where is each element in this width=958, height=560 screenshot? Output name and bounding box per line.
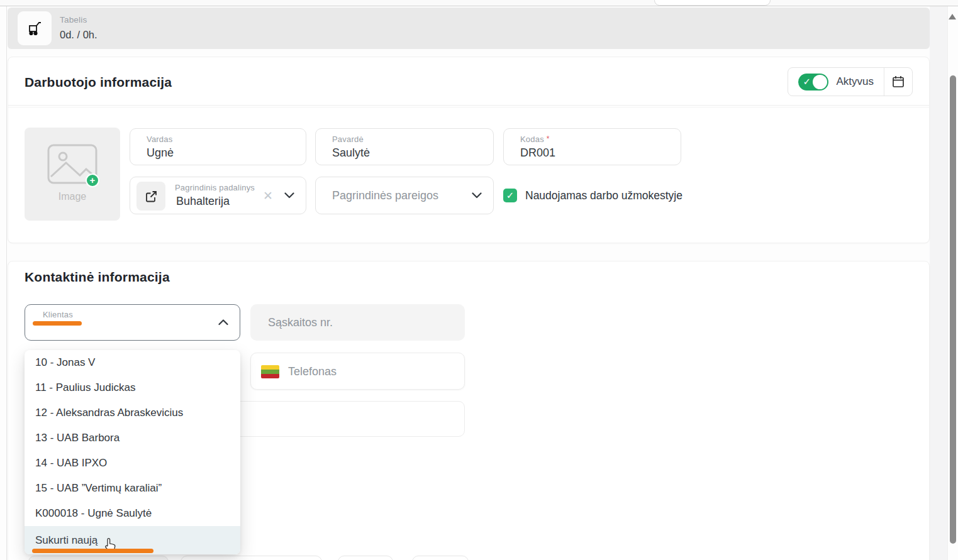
- phone-field[interactable]: Telefonas: [250, 353, 465, 390]
- header-divider: [8, 105, 929, 107]
- chevron-down-icon[interactable]: [472, 192, 482, 199]
- timesheet-value: 0d. / 0h.: [60, 29, 97, 41]
- lithuania-flag-icon[interactable]: [261, 365, 279, 378]
- payroll-checkbox-row[interactable]: ✓ Naudojamas darbo užmokestyje: [503, 177, 682, 214]
- payroll-checkbox[interactable]: ✓: [503, 189, 517, 202]
- client-loading-bar: [33, 321, 82, 326]
- department-open-button[interactable]: [136, 182, 165, 211]
- code-field[interactable]: Kodas * DR001: [503, 128, 681, 165]
- timesheet-bar[interactable]: Tabelis 0d. / 0h.: [8, 8, 930, 49]
- client-dropdown-list: 10 - Jonas V11 - Paulius Judickas12 - Al…: [25, 350, 240, 554]
- external-link-icon: [145, 190, 158, 203]
- active-toggle[interactable]: ✓: [798, 74, 828, 91]
- active-toggle-label: Aktyvus: [836, 75, 874, 88]
- scrollbar-thumb[interactable]: [950, 75, 956, 544]
- scrollbar-track[interactable]: [947, 6, 958, 560]
- client-combobox[interactable]: Klientas: [25, 304, 240, 341]
- chevron-up-icon[interactable]: [218, 319, 228, 326]
- timesheet-tile[interactable]: [18, 11, 52, 45]
- create-new-label: Sukurti naują: [35, 534, 97, 547]
- phone-placeholder: Telefonas: [288, 365, 337, 378]
- page: Tabelis 0d. / 0h. Darbuotojo informacija…: [0, 0, 958, 560]
- clear-x-icon[interactable]: ✕: [263, 189, 273, 203]
- first-name-value[interactable]: Ugnė: [147, 146, 174, 160]
- client-option[interactable]: 15 - UAB ”Vertimų karaliai”: [25, 476, 240, 501]
- partial-field[interactable]: [181, 556, 322, 560]
- employee-card-title: Darbuotojo informacija: [25, 75, 172, 90]
- employee-info-card: Darbuotojo informacija ✓ Aktyvus: [8, 57, 930, 243]
- first-name-label: Vardas: [147, 135, 172, 144]
- payroll-checkbox-label: Naudojamas darbo užmokestyje: [525, 189, 682, 202]
- calendar-button[interactable]: [884, 68, 912, 96]
- toggle-check-icon: ✓: [803, 76, 811, 87]
- client-option[interactable]: 10 - Jonas V: [25, 350, 240, 375]
- create-new-client-option[interactable]: Sukurti naują: [25, 526, 240, 554]
- position-select[interactable]: Pagrindinės pareigos: [315, 177, 494, 214]
- first-name-field[interactable]: Vardas Ugnė: [130, 128, 306, 165]
- account-number-field[interactable]: Sąskaitos nr.: [250, 304, 465, 341]
- partial-field[interactable]: [28, 556, 169, 560]
- last-name-value[interactable]: Saulytė: [332, 146, 370, 160]
- employee-image-uploader[interactable]: + Image: [25, 128, 120, 221]
- create-new-loading-bar: [32, 549, 153, 553]
- image-uploader-caption: Image: [25, 191, 120, 202]
- client-option[interactable]: 13 - UAB Barbora: [25, 425, 240, 451]
- calendar-icon: [891, 75, 905, 89]
- right-gutter: [930, 6, 947, 560]
- required-asterisk: *: [547, 135, 550, 143]
- partial-field[interactable]: [338, 556, 393, 560]
- department-value: Buhalterija: [176, 195, 230, 208]
- cart-icon: [26, 20, 43, 36]
- client-option[interactable]: 12 - Aleksandras Abraskevicius: [25, 400, 240, 425]
- active-toggle-wrap[interactable]: ✓ Aktyvus: [788, 68, 884, 96]
- account-number-placeholder: Sąskaitos nr.: [268, 316, 333, 329]
- client-option[interactable]: 14 - UAB IPXO: [25, 451, 240, 476]
- code-value[interactable]: DR001: [520, 146, 555, 160]
- department-combobox[interactable]: Pagrindinis padalinys Buhalterija ✕: [130, 177, 306, 214]
- chevron-down-icon[interactable]: [284, 192, 294, 199]
- status-group: ✓ Aktyvus: [788, 67, 913, 96]
- last-name-label: Pavardė: [332, 135, 364, 144]
- timesheet-label: Tabelis: [60, 15, 87, 25]
- position-placeholder: Pagrindinės pareigos: [332, 189, 438, 202]
- client-option[interactable]: K000018 - Ugnė Saulytė: [25, 501, 240, 526]
- top-edge-divider: [0, 0, 958, 6]
- contact-info-card: Kontaktinė informacija Klientas Sąskaito…: [8, 261, 930, 560]
- client-label: Klientas: [43, 310, 73, 319]
- contact-card-title: Kontaktinė informacija: [25, 270, 170, 285]
- last-name-field[interactable]: Pavardė Saulytė: [315, 128, 494, 165]
- client-options: 10 - Jonas V11 - Paulius Judickas12 - Al…: [25, 350, 240, 526]
- code-label: Kodas *: [520, 135, 550, 144]
- scrollbar-up-arrow-icon[interactable]: [949, 14, 956, 19]
- toggle-knob: [813, 75, 827, 89]
- partial-field[interactable]: [412, 556, 469, 560]
- add-image-button[interactable]: +: [86, 173, 99, 187]
- client-option[interactable]: 11 - Paulius Judickas: [25, 375, 240, 400]
- top-edge-notch: [654, 0, 771, 6]
- left-edge-divider: [6, 6, 7, 560]
- department-label: Pagrindinis padalinys: [175, 183, 255, 192]
